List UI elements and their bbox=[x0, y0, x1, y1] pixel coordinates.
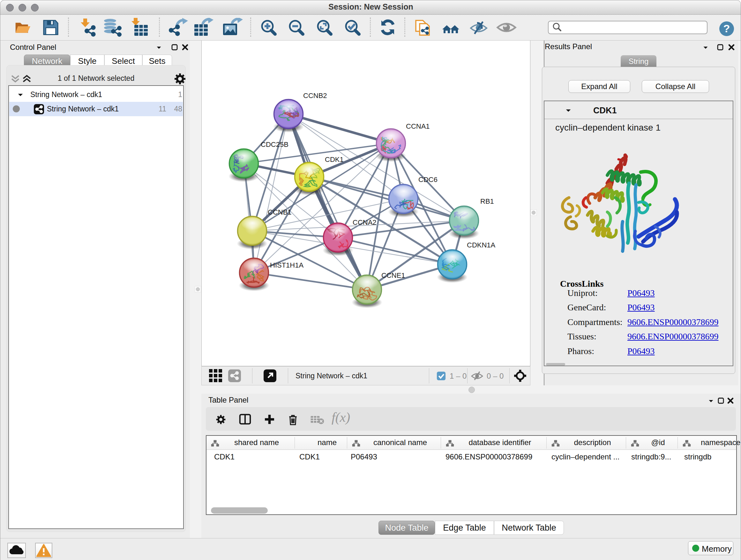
svg-text:?: ? bbox=[724, 22, 730, 35]
